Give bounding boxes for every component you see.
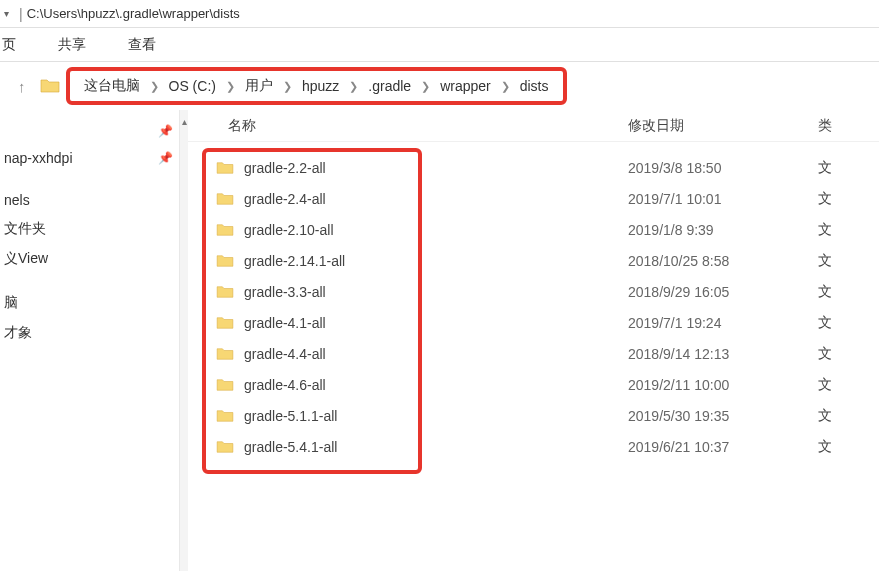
pane-divider[interactable]: ▴ (180, 110, 188, 571)
menu-item-home[interactable]: 页 (0, 32, 22, 58)
breadcrumb-seg[interactable]: dists (516, 76, 553, 96)
sidebar: 📌 nap-xxhdpi 📌 nels 文件夹 义View 脑 才象 (0, 110, 180, 571)
sidebar-item[interactable]: 文件夹 (0, 214, 179, 244)
file-type: 文 (818, 159, 848, 177)
chevron-right-icon[interactable]: ❯ (226, 80, 235, 93)
table-row[interactable]: gradle-2.10-all2019/1/8 9:39文 (188, 214, 879, 245)
file-date: 2019/2/11 10:00 (628, 377, 818, 393)
table-row[interactable]: gradle-2.4-all2019/7/1 10:01文 (188, 183, 879, 214)
breadcrumb-container: ↑ 这台电脑 ❯ OS (C:) ❯ 用户 ❯ hpuzz ❯ .gradle … (0, 62, 879, 110)
chevron-right-icon[interactable]: ❯ (501, 80, 510, 93)
file-date: 2019/1/8 9:39 (628, 222, 818, 238)
breadcrumb-bar: ↑ 这台电脑 ❯ OS (C:) ❯ 用户 ❯ hpuzz ❯ .gradle … (10, 68, 869, 104)
file-date: 2019/7/1 19:24 (628, 315, 818, 331)
table-row[interactable]: gradle-3.3-all2018/9/29 16:05文 (188, 276, 879, 307)
file-date: 2019/5/30 19:35 (628, 408, 818, 424)
table-row[interactable]: gradle-5.4.1-all2019/6/21 10:37文 (188, 431, 879, 462)
table-row[interactable]: gradle-2.14.1-all2018/10/25 8:58文 (188, 245, 879, 276)
column-header-type[interactable]: 类 (818, 117, 848, 135)
file-name: gradle-5.1.1-all (244, 408, 337, 424)
chevron-right-icon[interactable]: ❯ (283, 80, 292, 93)
sidebar-item-label: nap-xxhdpi (4, 150, 73, 166)
table-row[interactable]: gradle-4.6-all2019/2/11 10:00文 (188, 369, 879, 400)
window-title-path: C:\Users\hpuzz\.gradle\wrapper\dists (27, 6, 240, 21)
folder-icon (216, 409, 234, 423)
file-date: 2018/9/14 12:13 (628, 346, 818, 362)
file-date: 2018/10/25 8:58 (628, 253, 818, 269)
column-header-name[interactable]: 名称 (228, 117, 628, 135)
folder-icon (216, 316, 234, 330)
file-date: 2019/6/21 10:37 (628, 439, 818, 455)
file-name: gradle-2.10-all (244, 222, 334, 238)
pin-icon: 📌 (158, 124, 173, 138)
sidebar-item[interactable]: 才象 (0, 318, 179, 348)
file-type: 文 (818, 221, 848, 239)
folder-icon (216, 285, 234, 299)
file-type: 文 (818, 314, 848, 332)
title-separator: | (19, 6, 23, 22)
sidebar-item-label: 脑 (4, 294, 18, 312)
breadcrumb-folder-icon[interactable] (40, 76, 60, 96)
menu-item-share[interactable]: 共享 (52, 32, 92, 58)
file-name: gradle-2.2-all (244, 160, 326, 176)
table-row[interactable]: gradle-5.1.1-all2019/5/30 19:35文 (188, 400, 879, 431)
file-type: 文 (818, 345, 848, 363)
file-type: 文 (818, 376, 848, 394)
file-list: gradle-2.2-all2019/3/8 18:50文gradle-2.4-… (188, 142, 879, 571)
breadcrumb-seg[interactable]: 这台电脑 (80, 75, 144, 97)
breadcrumb-highlight: 这台电脑 ❯ OS (C:) ❯ 用户 ❯ hpuzz ❯ .gradle ❯ … (66, 67, 567, 105)
file-name: gradle-4.4-all (244, 346, 326, 362)
sidebar-item-label: nels (4, 192, 30, 208)
table-row[interactable]: gradle-4.4-all2018/9/14 12:13文 (188, 338, 879, 369)
sidebar-item[interactable]: 📌 (0, 118, 179, 144)
file-type: 文 (818, 407, 848, 425)
chevron-right-icon[interactable]: ❯ (421, 80, 430, 93)
sidebar-item-label: 文件夹 (4, 220, 46, 238)
file-date: 2019/7/1 10:01 (628, 191, 818, 207)
breadcrumb-seg[interactable]: OS (C:) (165, 76, 220, 96)
file-type: 文 (818, 438, 848, 456)
folder-icon (216, 440, 234, 454)
folder-icon (216, 347, 234, 361)
sidebar-item[interactable]: 义View (0, 244, 179, 274)
folder-icon (216, 378, 234, 392)
file-date: 2019/3/8 18:50 (628, 160, 818, 176)
nav-up-icon[interactable]: ↑ (18, 78, 26, 95)
title-bar: ▾ | C:\Users\hpuzz\.gradle\wrapper\dists (0, 0, 879, 28)
folder-icon (216, 192, 234, 206)
menu-item-view[interactable]: 查看 (122, 32, 162, 58)
chevron-right-icon[interactable]: ❯ (150, 80, 159, 93)
collapse-arrow-icon: ▴ (182, 116, 187, 127)
folder-icon (216, 223, 234, 237)
file-list-pane: 名称 修改日期 类 gradle-2.2-all2019/3/8 18:50文g… (188, 110, 879, 571)
breadcrumb-seg[interactable]: .gradle (364, 76, 415, 96)
content-area: 📌 nap-xxhdpi 📌 nels 文件夹 义View 脑 才象 ▴ 名称 … (0, 110, 879, 571)
breadcrumb-seg[interactable]: wrapper (436, 76, 495, 96)
sidebar-item[interactable]: nels (0, 186, 179, 214)
file-type: 文 (818, 252, 848, 270)
sidebar-item-label: 才象 (4, 324, 32, 342)
breadcrumb-seg[interactable]: hpuzz (298, 76, 343, 96)
file-type: 文 (818, 283, 848, 301)
pin-icon: 📌 (158, 151, 173, 165)
sidebar-item[interactable]: 脑 (0, 288, 179, 318)
file-date: 2018/9/29 16:05 (628, 284, 818, 300)
file-name: gradle-4.1-all (244, 315, 326, 331)
file-name: gradle-5.4.1-all (244, 439, 337, 455)
sidebar-item[interactable]: nap-xxhdpi 📌 (0, 144, 179, 172)
column-header-date[interactable]: 修改日期 (628, 117, 818, 135)
file-name: gradle-4.6-all (244, 377, 326, 393)
file-type: 文 (818, 190, 848, 208)
breadcrumb-seg[interactable]: 用户 (241, 75, 277, 97)
file-name: gradle-3.3-all (244, 284, 326, 300)
table-row[interactable]: gradle-4.1-all2019/7/1 19:24文 (188, 307, 879, 338)
folder-icon (216, 254, 234, 268)
sidebar-item-label: 义View (4, 250, 48, 268)
chevron-right-icon[interactable]: ❯ (349, 80, 358, 93)
file-name: gradle-2.4-all (244, 191, 326, 207)
title-dropdown-icon[interactable]: ▾ (4, 8, 9, 19)
column-headers: 名称 修改日期 类 (188, 110, 879, 142)
folder-icon (216, 161, 234, 175)
table-row[interactable]: gradle-2.2-all2019/3/8 18:50文 (188, 152, 879, 183)
file-name: gradle-2.14.1-all (244, 253, 345, 269)
